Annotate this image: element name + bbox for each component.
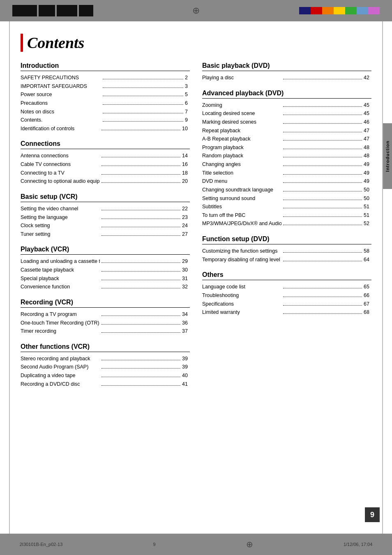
- toc-page-number: 47: [364, 135, 369, 143]
- toc-item: DVD menu49: [202, 177, 371, 186]
- toc-page-number: 16: [182, 160, 188, 169]
- header-bar: ⊕: [0, 0, 392, 21]
- toc-item: Contents.9: [21, 116, 190, 124]
- header-color-block-1: [299, 7, 311, 14]
- toc-item-text: Repeat playback: [202, 127, 281, 135]
- toc-page-number: 50: [364, 186, 369, 194]
- toc-item-text: Customizing the function settings: [202, 247, 281, 256]
- toc-page-number: 31: [182, 274, 188, 283]
- toc-item-text: Language code list: [202, 283, 281, 291]
- header-black-blocks: [12, 5, 93, 16]
- toc-item-text: Connecting to a TV: [21, 169, 100, 177]
- toc-page-number: 45: [364, 109, 369, 118]
- toc-page-number: 20: [182, 177, 188, 186]
- header-color-block-4: [334, 7, 345, 14]
- toc-item-text: Random playback: [202, 152, 281, 160]
- toc-item: Changing angles49: [202, 160, 371, 169]
- toc-item-text: One-touch Timer Recording (OTR): [21, 319, 100, 327]
- toc-item-text: Antenna connections: [21, 152, 100, 160]
- toc-item-text: Convenience function: [21, 283, 100, 291]
- toc-dots: [283, 200, 362, 200]
- toc-dots: [103, 88, 183, 88]
- toc-page-number: 30: [182, 266, 188, 274]
- toc-page-number: 6: [185, 99, 188, 108]
- toc-dots: [101, 280, 181, 280]
- toc-dots: [283, 208, 362, 208]
- section-heading-0: Basic playback (DVD): [202, 62, 371, 71]
- toc-item: Program playback48: [202, 143, 371, 152]
- header-black-block-2: [39, 5, 55, 16]
- toc-dots: [283, 174, 362, 175]
- toc-item: Antenna connections14: [21, 152, 190, 160]
- toc-page-number: 41: [182, 380, 188, 389]
- left-column: IntroductionSAFETY PRECAUTIONS2IMPORTANT…: [21, 62, 190, 388]
- toc-item-text: Marking desired scenes: [202, 118, 281, 127]
- toc-item: Connecting to optional audio equipment20: [21, 177, 190, 186]
- toc-dots: [283, 140, 362, 140]
- header-black-block-4: [79, 5, 93, 16]
- toc-page-number: 7: [185, 108, 188, 116]
- toc-item: Timer recording37: [21, 327, 190, 336]
- toc-item: Playing a disc42: [202, 74, 371, 82]
- toc-item: IMPORTANT SAFEGUARDS3: [21, 82, 190, 91]
- toc-item: Cassette tape playback30: [21, 266, 190, 274]
- toc-item-text: Second Audio Program (SAP): [21, 363, 100, 371]
- toc-item: Changing soundtrack language50: [202, 186, 371, 194]
- toc-item: Repeat playback47: [202, 127, 371, 135]
- toc-item: SAFETY PRECAUTIONS2: [21, 74, 190, 82]
- toc-dots: [103, 96, 183, 96]
- toc-page-number: 65: [364, 283, 369, 291]
- footer-inner: 2I30101B-En_p02-13 9 ⊕ 1/12/06, 17:04: [20, 539, 373, 549]
- toc-item-text: Limited warranty: [202, 308, 281, 317]
- toc-item: MP3/WMA/JPEG/DivX® and Audio CD operatio…: [202, 219, 371, 228]
- toc-item-text: Cable TV connections: [21, 160, 100, 169]
- toc-page-number: 50: [364, 194, 369, 203]
- toc-page-number: 46: [364, 118, 369, 127]
- toc-dots: [101, 324, 181, 325]
- toc-dots: [101, 219, 181, 219]
- toc-item-text: Title selection: [202, 169, 281, 177]
- toc-dots: [101, 263, 181, 263]
- toc-page-number: 66: [364, 291, 369, 300]
- toc-item: Setting the video channel22: [21, 205, 190, 213]
- toc-item-text: IMPORTANT SAFEGUARDS: [21, 82, 101, 91]
- toc-page-number: 23: [182, 213, 188, 222]
- header-color-block-5: [345, 7, 357, 14]
- toc-dots: [283, 132, 362, 132]
- toc-dots: [101, 315, 181, 316]
- toc-item: A-B Repeat playback47: [202, 135, 371, 143]
- section-heading-1: Connections: [21, 140, 190, 149]
- toc-dots: [283, 252, 362, 253]
- toc-dots: [283, 191, 362, 191]
- toc-page-number: 52: [364, 219, 369, 228]
- toc-item-text: Recording a TV program: [21, 310, 100, 319]
- toc-item-text: Troubleshooting: [202, 291, 281, 300]
- toc-page-number: 32: [182, 283, 188, 291]
- toc-item: Tuner setting27: [21, 230, 190, 239]
- toc-page-number: 67: [364, 300, 369, 309]
- toc-dots: [103, 104, 183, 105]
- two-column-layout: IntroductionSAFETY PRECAUTIONS2IMPORTANT…: [21, 62, 371, 388]
- section-heading-3: Playback (VCR): [21, 246, 190, 255]
- header-color-block-6: [357, 7, 368, 14]
- toc-item-text: Recording a DVD/CD disc: [21, 380, 100, 389]
- toc-item-text: DVD menu: [202, 177, 281, 186]
- footer-right-text: 1/12/06, 17:04: [344, 542, 372, 547]
- header-black-block-3: [57, 5, 77, 16]
- right-column: Basic playback (DVD)Playing a disc42Adva…: [202, 62, 371, 388]
- main-content: Contents IntroductionSAFETY PRECAUTIONS2…: [0, 21, 392, 425]
- toc-page-number: 34: [182, 310, 188, 319]
- toc-item: Specifications67: [202, 300, 371, 309]
- toc-dots: [283, 313, 362, 314]
- toc-item-text: Special playback: [21, 274, 100, 283]
- toc-page-number: 40: [182, 371, 188, 380]
- toc-item-text: To turn off the PBC: [202, 211, 281, 220]
- header-crosshair-icon: ⊕: [192, 5, 200, 16]
- toc-item: Clock setting24: [21, 221, 190, 230]
- toc-item-text: Specifications: [202, 300, 281, 309]
- toc-page-number: 24: [182, 221, 188, 230]
- toc-item-text: SAFETY PRECAUTIONS: [21, 74, 101, 82]
- toc-page-number: 39: [182, 355, 188, 363]
- header-color-blocks: [299, 7, 380, 14]
- toc-item: Language code list65: [202, 283, 371, 291]
